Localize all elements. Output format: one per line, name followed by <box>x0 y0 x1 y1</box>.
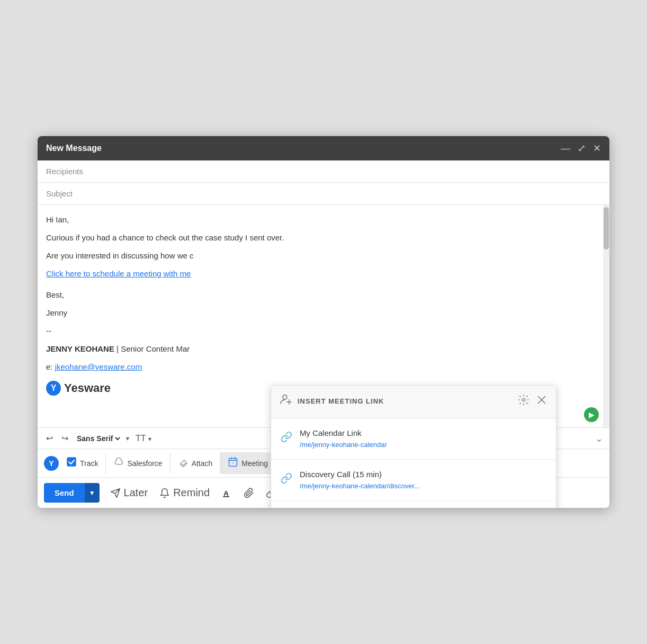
salesforce-label: Salesforce <box>127 459 162 468</box>
body-line2: Are you interested in discussing how we … <box>46 249 601 262</box>
meeting-item-1[interactable]: Discovery Call (15 min) /me/jenny-keohan… <box>271 460 556 501</box>
body-content: Hi Ian, Curious if you had a chance to c… <box>46 213 601 397</box>
later-label: Later <box>124 487 148 499</box>
svg-rect-9 <box>229 458 237 466</box>
meeting-link-dropdown: INSERT MEETING LINK <box>271 385 556 508</box>
meeting-item-name-1: Discovery Call (15 min) <box>300 468 420 481</box>
link-icon-0 <box>281 430 292 448</box>
dropdown-title: INSERT MEETING LINK <box>298 396 511 407</box>
body-line1: Curious if you had a chance to check out… <box>46 231 601 244</box>
expand-button[interactable]: ⤢ <box>578 142 586 154</box>
meeting-item-url-0: /me/jenny-keohane-calendar <box>300 440 387 451</box>
salesforce-button[interactable]: Salesforce <box>106 452 170 474</box>
send-dropdown-button[interactable]: ▼ <box>85 483 100 503</box>
sig-separator: -- <box>46 325 601 337</box>
svg-text:Y: Y <box>51 383 57 392</box>
greeting-line: Hi Ian, <box>46 213 601 226</box>
compose-body[interactable]: Hi Ian, Curious if you had a chance to c… <box>38 205 609 427</box>
meeting-link-line: Click here to schedule a meeting with me <box>46 267 601 280</box>
yesware-name: Yesware <box>64 379 111 397</box>
later-button[interactable]: Later <box>106 484 152 502</box>
yesware-logo-button[interactable]: Y <box>44 456 59 471</box>
bell-icon <box>159 488 170 498</box>
yesware-y-icon: Y <box>46 381 61 396</box>
later-icon <box>110 488 121 498</box>
meeting-item-content-0: My Calendar Link /me/jenny-keohane-calen… <box>300 427 387 451</box>
undo-button[interactable]: ↩ <box>44 432 55 444</box>
calendar-icon <box>228 457 238 470</box>
minimize-button[interactable]: — <box>561 143 570 154</box>
close-button[interactable]: ✕ <box>593 142 601 154</box>
svg-point-5 <box>522 398 525 401</box>
meeting-item-content-1: Discovery Call (15 min) /me/jenny-keohan… <box>300 468 420 492</box>
person-add-icon <box>280 393 292 406</box>
remind-label: Remind <box>173 487 210 499</box>
window-controls: — ⤢ ✕ <box>561 142 601 154</box>
email-signature: Best, Jenny -- JENNY KEOHANE | Senior Co… <box>46 289 601 397</box>
track-button[interactable]: Track <box>59 452 106 474</box>
closing-line: Best, <box>46 289 601 301</box>
green-action-button[interactable]: ▶ <box>584 407 599 422</box>
text-size-label: TT <box>136 434 146 443</box>
dropdown-close-icon[interactable] <box>536 393 547 410</box>
attach-button[interactable]: Attach <box>170 452 221 474</box>
subject-input[interactable] <box>88 189 601 198</box>
meeting-item-url-1: /me/jenny-keohane-calendar/discover... <box>300 481 420 492</box>
meeting-item-2[interactable]: Intro Call (30 min) /me/jenny-keohane-ca… <box>271 501 556 508</box>
sig-email-label: e: <box>46 362 53 371</box>
meeting-link[interactable]: Click here to schedule a meeting with me <box>46 269 191 278</box>
svg-point-2 <box>283 395 287 399</box>
svg-text:A: A <box>223 489 229 497</box>
track-label: Track <box>80 459 98 468</box>
svg-point-13 <box>233 463 234 464</box>
attach-label: Attach <box>192 459 213 468</box>
recipients-label: Recipients <box>46 167 88 176</box>
redo-button[interactable]: ↪ <box>59 432 70 444</box>
meeting-item[interactable]: My Calendar Link /me/jenny-keohane-calen… <box>271 418 556 460</box>
sig-email-line: e: jkeohane@yesware.com <box>46 361 601 373</box>
dropdown-header: INSERT MEETING LINK <box>271 386 556 418</box>
sig-name-line: Jenny <box>46 307 601 319</box>
send-group: Send ▼ <box>44 483 100 503</box>
send-button[interactable]: Send <box>44 483 85 503</box>
body-line2-text: Are you interested in discussing how we … <box>46 251 193 260</box>
sig-full-name: JENNY KEOHANE | Senior Content Mar <box>46 343 601 355</box>
text-size-button[interactable]: TT ▾ <box>133 433 154 444</box>
title-bar: New Message — ⤢ ✕ <box>38 136 609 160</box>
recipients-row: Recipients <box>38 160 609 183</box>
recipients-input[interactable] <box>88 167 601 176</box>
paperclip-icon <box>244 488 254 498</box>
scrollbar[interactable] <box>603 205 609 427</box>
meeting-item-name-0: My Calendar Link <box>300 427 387 440</box>
salesforce-icon <box>113 457 124 470</box>
track-icon <box>66 457 77 470</box>
link-icon-1 <box>281 471 292 489</box>
text-size-arrow: ▾ <box>148 435 151 443</box>
subject-label: Subject <box>46 189 88 198</box>
scrollbar-thumb <box>604 207 609 249</box>
add-person-icon <box>280 393 292 410</box>
text-format-button[interactable]: A <box>217 485 236 502</box>
sig-email-link[interactable]: jkeohane@yesware.com <box>55 362 142 371</box>
font-dropdown-arrow: ▾ <box>126 435 129 442</box>
subject-row: Subject <box>38 183 609 205</box>
attach-icon <box>178 457 188 470</box>
window-title: New Message <box>46 144 102 153</box>
font-selector[interactable]: Sans Serif <box>75 434 122 443</box>
sig-name: JENNY KEOHANE <box>46 344 114 353</box>
settings-icon[interactable] <box>518 393 529 410</box>
attachment-button[interactable] <box>239 485 258 502</box>
compose-window: New Message — ⤢ ✕ Recipients Subject Hi … <box>38 136 609 508</box>
sig-title: | Senior Content Mar <box>116 344 190 353</box>
remind-button[interactable]: Remind <box>155 484 214 502</box>
more-options-button[interactable]: ⌄ <box>595 433 603 444</box>
